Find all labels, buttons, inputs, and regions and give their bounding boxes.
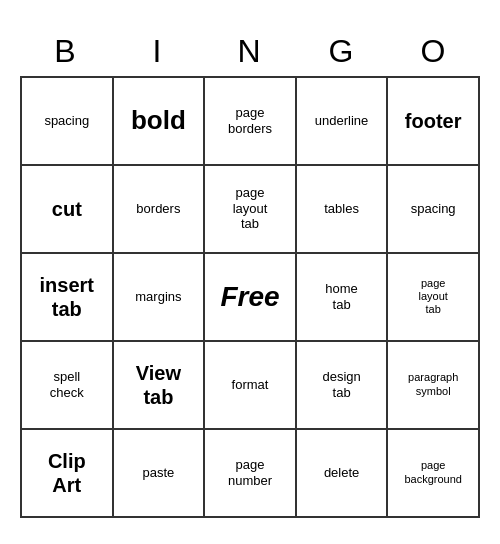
bingo-cell: pageborders [205, 78, 297, 166]
bingo-cell: Free [205, 254, 297, 342]
bingo-cell: paragraphsymbol [388, 342, 480, 430]
bingo-cell: pagelayouttab [205, 166, 297, 254]
bingo-cell: bold [114, 78, 206, 166]
bingo-cell: hometab [297, 254, 389, 342]
bingo-cell: footer [388, 78, 480, 166]
bingo-cell: pagelayouttab [388, 254, 480, 342]
bingo-cell: designtab [297, 342, 389, 430]
bingo-cell: Viewtab [114, 342, 206, 430]
bingo-grid: spacingboldpagebordersunderlinefootercut… [20, 76, 480, 518]
bingo-cell: pagenumber [205, 430, 297, 518]
header-letter: N [204, 27, 296, 76]
bingo-cell: borders [114, 166, 206, 254]
bingo-cell: inserttab [22, 254, 114, 342]
bingo-cell: cut [22, 166, 114, 254]
bingo-cell: underline [297, 78, 389, 166]
bingo-cell: delete [297, 430, 389, 518]
header-letter: G [296, 27, 388, 76]
header-letter: I [112, 27, 204, 76]
bingo-cell: spellcheck [22, 342, 114, 430]
bingo-cell: spacing [22, 78, 114, 166]
header-letter: O [388, 27, 480, 76]
bingo-cell: ClipArt [22, 430, 114, 518]
bingo-card: BINGO spacingboldpagebordersunderlinefoo… [20, 27, 480, 518]
header-letter: B [20, 27, 112, 76]
bingo-cell: tables [297, 166, 389, 254]
bingo-header: BINGO [20, 27, 480, 76]
bingo-cell: paste [114, 430, 206, 518]
bingo-cell: format [205, 342, 297, 430]
bingo-cell: spacing [388, 166, 480, 254]
bingo-cell: pagebackground [388, 430, 480, 518]
bingo-cell: margins [114, 254, 206, 342]
